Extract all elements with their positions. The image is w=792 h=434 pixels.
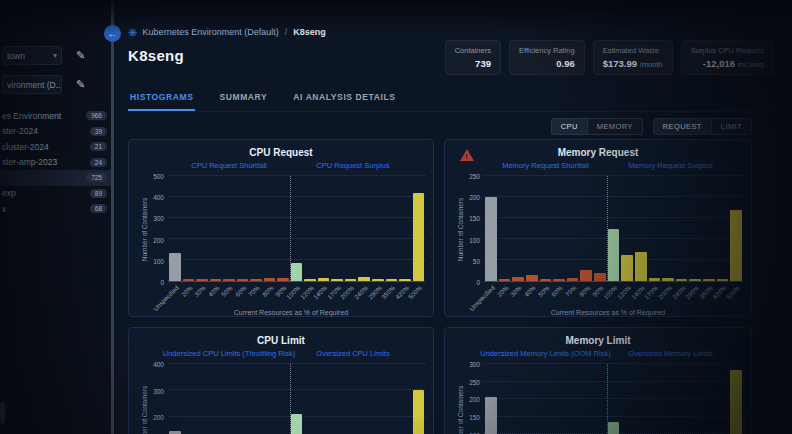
bar-420% [717, 279, 729, 281]
breadcrumb-root[interactable]: Kubernetes Environment (Default) [143, 27, 279, 37]
bar-120% [621, 255, 633, 281]
chart-title: Memory Limit [453, 335, 743, 346]
breadcrumb-separator: / [285, 27, 288, 37]
sidebar-item[interactable]: 725 [0, 170, 113, 186]
scrollbar-thumb[interactable] [0, 402, 5, 424]
y-tick-label: 400 [153, 194, 164, 201]
environment-select-value: vironment (D... [7, 80, 62, 90]
breakdown-select[interactable]: town ▾ [2, 46, 62, 65]
bar-200% [345, 279, 357, 281]
bar-unspecified [169, 253, 181, 281]
back-button[interactable]: ← [104, 25, 121, 42]
y-axis: 0100200300400 [146, 364, 168, 434]
x-tick-label: 50% [536, 284, 550, 298]
bar-50% [540, 279, 552, 281]
y-tick-label: 400 [153, 361, 164, 368]
x-axis-label: Current Resources as % of Required [157, 309, 425, 316]
warning-icon[interactable]: ! [460, 149, 474, 161]
count-badge: 39 [90, 127, 107, 136]
chart-toggles: CPU MEMORY REQUEST LIMIT [128, 118, 752, 135]
chart-title: Memory Request [453, 147, 743, 158]
y-tick-label: 200 [153, 414, 164, 421]
toggle-request[interactable]: REQUEST [653, 118, 712, 135]
y-tick-label: 50 [473, 257, 480, 264]
bar-140% [635, 252, 647, 281]
bar-240% [358, 277, 370, 281]
page-header: ⎈ Kubernetes Environment (Default) / K8s… [128, 26, 792, 75]
tab-histograms[interactable]: HISTOGRAMS [128, 87, 195, 111]
toggle-limit[interactable]: LIMIT [712, 118, 752, 135]
stat-surplus-cpu-request: Surplus CPU Request -12,016 mCores [681, 40, 774, 75]
x-tick-label: 40% [523, 284, 537, 298]
x-tick-label: 20% [496, 284, 510, 298]
bar-500% [730, 210, 742, 281]
x-tick-label: 290% [684, 284, 700, 300]
x-tick-label: Unspecified [151, 284, 179, 312]
bar-290% [689, 279, 701, 281]
toggle-cpu[interactable]: CPU [551, 118, 588, 135]
edit-icon[interactable]: ✎ [76, 50, 85, 61]
resource-toggle-group: CPU MEMORY [551, 118, 643, 135]
x-tick-label: Unspecified [468, 284, 496, 312]
sidebar-item-label: ster-amp-2023 [2, 157, 57, 167]
x-tick-label: 140% [312, 284, 328, 300]
plot-area [484, 176, 743, 282]
breadcrumb-current: K8seng [293, 27, 326, 37]
x-tick-label: 100% [285, 284, 301, 300]
tab-ai-analysis-details[interactable]: AI ANALYSIS DETAILS [291, 87, 397, 111]
x-tick-label: 170% [326, 284, 342, 300]
sidebar-item[interactable]: x68 [0, 201, 113, 217]
sidebar-item[interactable]: ster-amp-202324 [0, 155, 113, 171]
bar-200% [662, 278, 674, 281]
bar-500% [413, 193, 425, 281]
bar-500% [730, 370, 742, 434]
stat-efficiency-rating: Efficiency Rating 0.96 [509, 40, 585, 75]
sidebar-item-label: exp [2, 188, 16, 198]
charts-grid: CPU RequestCPU Request ShortfallCPU Requ… [128, 139, 792, 434]
y-tick-label: 250 [469, 173, 480, 180]
tab-summary[interactable]: SUMMARY [217, 87, 269, 111]
bar-40% [210, 279, 222, 281]
count-badge: 21 [90, 142, 107, 151]
y-tick-label: 0 [476, 279, 480, 286]
x-tick-label: 120% [299, 284, 315, 300]
edit-icon[interactable]: ✎ [76, 79, 85, 90]
sidebar-item[interactable]: es Environment966 [0, 108, 113, 124]
bar-100% [608, 422, 620, 434]
bar-350% [703, 279, 715, 281]
y-tick-label: 300 [153, 387, 164, 394]
bar-60% [237, 279, 249, 281]
y-tick-label: 200 [153, 236, 164, 243]
surplus-label: Oversized Memory Limits [598, 349, 743, 358]
x-tick-label: 240% [670, 284, 686, 300]
breakdown-dropdown-row: town ▾ ✎ [0, 46, 113, 65]
chart-cpu-request: CPU RequestCPU Request ShortfallCPU Requ… [128, 139, 434, 317]
sidebar-divider [111, 0, 114, 434]
x-tick-label: 500% [407, 284, 423, 300]
breakdown-select-value: town [7, 51, 25, 61]
environment-select[interactable]: vironment (D... ▾ [2, 75, 62, 94]
tab-bar: HISTOGRAMS SUMMARY AI ANALYSIS DETAILS [128, 87, 792, 112]
x-tick-label: 350% [380, 284, 396, 300]
x-tick-label: 200% [657, 284, 673, 300]
x-tick-label: 200% [339, 284, 355, 300]
bar-unspecified [485, 197, 497, 281]
sidebar-item[interactable]: cluster-202421 [0, 139, 113, 155]
sidebar-list: es Environment966ster-202439cluster-2024… [0, 108, 113, 217]
x-tick-label: 100% [602, 284, 618, 300]
bar-500% [413, 390, 425, 434]
bar-140% [318, 278, 330, 281]
bar-20% [183, 279, 195, 281]
chart-title: CPU Request [137, 147, 425, 158]
sidebar: town ▾ ✎ vironment (D... ▾ ✎ es Environm… [0, 0, 113, 434]
sidebar-item-label: ster-2024 [2, 126, 38, 136]
bar-420% [399, 279, 411, 281]
sidebar-item[interactable]: exp89 [0, 186, 113, 202]
bar-70% [250, 279, 262, 281]
toggle-memory[interactable]: MEMORY [588, 118, 643, 135]
stat-estimated-waste: Estimated Waste $173.99 /month [593, 40, 673, 75]
y-tick-label: 200 [469, 396, 480, 403]
sidebar-item[interactable]: ster-202439 [0, 124, 113, 140]
bar-70% [567, 278, 579, 281]
bar-80% [580, 270, 592, 281]
